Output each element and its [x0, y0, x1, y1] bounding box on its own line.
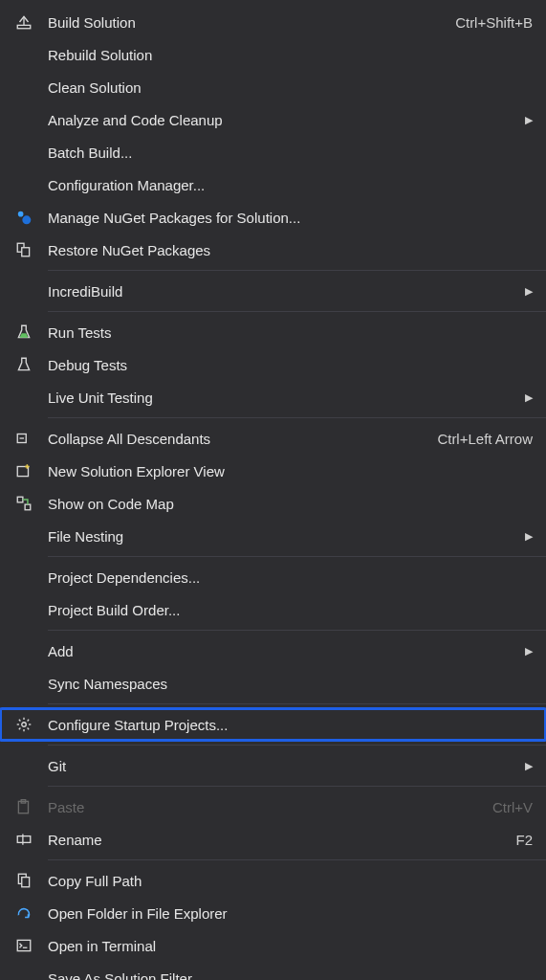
- project-build-order[interactable]: Project Build Order...: [0, 593, 546, 626]
- svg-point-11: [22, 723, 27, 727]
- menu-item-label: Paste: [48, 799, 481, 815]
- menu-separator: [48, 745, 546, 746]
- build-solution[interactable]: Build SolutionCtrl+Shift+B: [0, 6, 546, 38]
- menu-item-label: Run Tests: [48, 324, 533, 341]
- menu-item-label: Live Unit Testing: [48, 390, 512, 406]
- svg-rect-5: [22, 248, 30, 256]
- rename-icon: [0, 831, 48, 848]
- context-menu: Build SolutionCtrl+Shift+BRebuild Soluti…: [0, 0, 546, 980]
- chevron-right-icon: ▶: [512, 114, 533, 126]
- menu-item-label: Manage NuGet Packages for Solution...: [48, 210, 533, 226]
- batch-build[interactable]: Batch Build...: [0, 136, 546, 168]
- menu-item-shortcut: Ctrl+Shift+B: [444, 14, 533, 31]
- open-folder-explorer[interactable]: Open Folder in File Explorer: [0, 897, 546, 929]
- run-tests[interactable]: Run Tests: [0, 316, 546, 348]
- menu-separator: [48, 703, 546, 704]
- svg-rect-0: [17, 25, 31, 28]
- menu-item-label: Save As Solution Filter: [48, 970, 533, 981]
- svg-line-17: [28, 728, 30, 730]
- svg-rect-10: [25, 504, 31, 510]
- svg-rect-26: [17, 940, 31, 950]
- analyze-and-code-cleanup[interactable]: Analyze and Code Cleanup▶: [0, 103, 546, 136]
- copy-full-path[interactable]: Copy Full Path: [0, 864, 546, 897]
- rename[interactable]: RenameF2: [0, 823, 546, 856]
- svg-point-3: [22, 215, 31, 224]
- menu-item-label: Rename: [48, 832, 504, 848]
- chevron-right-icon: ▶: [512, 530, 533, 543]
- file-nesting[interactable]: File Nesting▶: [0, 520, 546, 552]
- menu-item-shortcut: Ctrl+Left Arrow: [426, 431, 533, 447]
- live-unit-testing[interactable]: Live Unit Testing▶: [0, 381, 546, 413]
- paste-icon: [0, 798, 48, 815]
- menu-item-label: Restore NuGet Packages: [48, 242, 533, 258]
- collapse-icon: [0, 430, 48, 447]
- menu-separator: [48, 859, 546, 860]
- menu-item-label: Open in Terminal: [48, 938, 533, 954]
- menu-item-label: Project Build Order...: [48, 602, 533, 618]
- menu-item-label: Debug Tests: [48, 357, 533, 373]
- svg-rect-9: [17, 497, 23, 502]
- svg-line-16: [19, 720, 21, 722]
- svg-line-18: [19, 728, 21, 730]
- manage-nuget[interactable]: Manage NuGet Packages for Solution...: [0, 201, 546, 234]
- menu-separator: [48, 786, 546, 787]
- menu-item-label: New Solution Explorer View: [48, 463, 533, 479]
- menu-item-label: File Nesting: [48, 528, 512, 545]
- gear-icon: [0, 716, 48, 733]
- new-view-icon: [0, 462, 48, 479]
- nuget-icon: [0, 209, 48, 226]
- sync-namespaces[interactable]: Sync Namespaces: [0, 667, 546, 700]
- menu-separator: [48, 417, 546, 418]
- menu-item-label: Show on Code Map: [48, 496, 533, 512]
- show-on-code-map[interactable]: Show on Code Map: [0, 487, 546, 520]
- menu-item-label: Configuration Manager...: [48, 177, 533, 193]
- chevron-right-icon: ▶: [512, 285, 533, 298]
- restore-nuget[interactable]: Restore NuGet Packages: [0, 234, 546, 266]
- svg-rect-22: [17, 836, 31, 843]
- open-folder-icon: [0, 904, 48, 922]
- menu-separator: [48, 311, 546, 312]
- configuration-manager[interactable]: Configuration Manager...: [0, 168, 546, 201]
- configure-startup-projects[interactable]: Configure Startup Projects...: [0, 708, 546, 741]
- clean-solution[interactable]: Clean Solution: [0, 71, 546, 103]
- copy-path-icon: [0, 872, 48, 889]
- chevron-right-icon: ▶: [512, 645, 533, 657]
- run-tests-icon: [0, 323, 48, 341]
- project-dependencies[interactable]: Project Dependencies...: [0, 561, 546, 593]
- menu-item-label: Configure Startup Projects...: [48, 717, 533, 733]
- menu-item-label: Build Solution: [48, 14, 444, 31]
- paste: PasteCtrl+V: [0, 791, 546, 823]
- svg-point-2: [18, 212, 24, 217]
- incredibuild[interactable]: IncrediBuild▶: [0, 275, 546, 307]
- open-in-terminal[interactable]: Open in Terminal: [0, 929, 546, 962]
- collapse-descendants[interactable]: Collapse All DescendantsCtrl+Left Arrow: [0, 422, 546, 455]
- code-map-icon: [0, 495, 48, 512]
- svg-line-19: [28, 720, 30, 722]
- menu-item-label: Copy Full Path: [48, 873, 533, 889]
- chevron-right-icon: ▶: [512, 391, 533, 404]
- add[interactable]: Add▶: [0, 635, 546, 667]
- menu-item-label: Batch Build...: [48, 145, 533, 161]
- menu-separator: [48, 270, 546, 271]
- menu-item-label: Git: [48, 758, 512, 774]
- git[interactable]: Git▶: [0, 749, 546, 782]
- build-icon: [0, 13, 48, 31]
- menu-item-shortcut: Ctrl+V: [481, 799, 533, 815]
- menu-item-label: Collapse All Descendants: [48, 431, 426, 447]
- menu-item-label: Rebuild Solution: [48, 47, 533, 63]
- menu-item-label: Add: [48, 643, 512, 659]
- debug-tests[interactable]: Debug Tests: [0, 348, 546, 381]
- restore-icon: [0, 241, 48, 258]
- new-solution-explorer-view[interactable]: New Solution Explorer View: [0, 455, 546, 487]
- terminal-icon: [0, 937, 48, 954]
- menu-item-label: Project Dependencies...: [48, 569, 533, 586]
- rebuild-solution[interactable]: Rebuild Solution: [0, 38, 546, 71]
- svg-rect-25: [22, 878, 30, 887]
- menu-item-label: IncrediBuild: [48, 283, 512, 300]
- debug-tests-icon: [0, 356, 48, 373]
- menu-separator: [48, 556, 546, 557]
- menu-item-shortcut: F2: [504, 832, 533, 848]
- save-solution-filter[interactable]: Save As Solution Filter: [0, 962, 546, 980]
- menu-item-label: Open Folder in File Explorer: [48, 905, 533, 922]
- menu-item-label: Analyze and Code Cleanup: [48, 112, 512, 128]
